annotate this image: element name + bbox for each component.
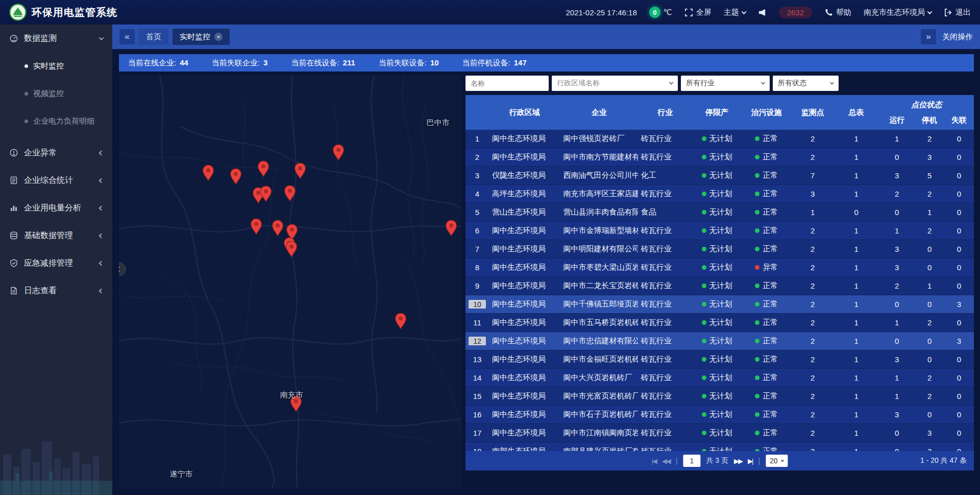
table-row[interactable]: 15阆中生态环境局阆中市光富页岩机砖厂砖瓦行业无计划正常21120 xyxy=(465,387,974,406)
map-pin[interactable] xyxy=(284,185,296,204)
first-page-button[interactable]: |◀ xyxy=(651,457,656,465)
table-row[interactable]: 6阆中生态环境局阆中市金博瑞新型墙材砖瓦行业无计划正常21120 xyxy=(465,222,974,240)
pager-divider: | xyxy=(676,457,678,465)
theme-dropdown[interactable]: 主题 xyxy=(724,8,746,17)
cell-industry: 砖瓦行业 xyxy=(638,244,693,254)
header-stopped: 停机 xyxy=(915,110,944,130)
cell-stopped: 0 xyxy=(915,263,944,272)
table-row[interactable]: 11阆中生态环境局阆中市五马桥页岩机砖砖瓦行业无计划正常21120 xyxy=(465,314,974,332)
page-size-select[interactable]: 20 xyxy=(766,455,788,467)
alert-circle-icon xyxy=(9,148,18,157)
prev-page-button[interactable]: ◀◀ xyxy=(662,457,670,465)
map-pin[interactable] xyxy=(272,220,283,238)
close-operations-button[interactable]: 关闭操作 xyxy=(942,32,973,42)
select-arrow-icon xyxy=(761,80,765,84)
map-pin[interactable] xyxy=(230,168,241,186)
sidebar-item-log-view[interactable]: 日志查看 xyxy=(0,277,112,304)
status-filter-select[interactable]: 所有状态 xyxy=(773,76,839,91)
map-pin[interactable] xyxy=(333,145,345,163)
notice-count-badge[interactable]: 2632 xyxy=(779,7,812,18)
cell-treatment-status: 正常 xyxy=(741,207,792,217)
region-filter-select[interactable]: 行政区域名称 xyxy=(552,76,678,91)
map-pin[interactable] xyxy=(445,220,457,238)
table-row[interactable]: 12阆中生态环境局阆中市忠信建材有限公砖瓦行业无计划正常21003 xyxy=(465,332,974,350)
next-page-button[interactable]: ▶▶ xyxy=(734,457,742,465)
cell-points: 2 xyxy=(792,373,834,382)
cell-running: 2 xyxy=(879,281,915,290)
cell-region: 阆中生态环境局 xyxy=(489,428,560,438)
sidebar-item-power-analysis[interactable]: 企业用电量分析 xyxy=(0,194,112,222)
cell-treatment-status: 正常 xyxy=(741,391,792,401)
help-button[interactable]: 帮助 xyxy=(824,8,851,17)
table-row[interactable]: 1阆中生态环境局阆中强锐页岩砖厂砖瓦行业无计划正常21120 xyxy=(465,130,974,148)
table-row[interactable]: 8阆中生态环境局阆中市枣碧大梁山页岩砖瓦行业无计划异常21300 xyxy=(465,258,974,277)
cell-meters: 1 xyxy=(834,410,879,419)
tab-realtime-monitor[interactable]: 实时监控 × xyxy=(173,29,230,45)
cell-running: 3 xyxy=(879,245,915,253)
brand: 环保用电监管系统 xyxy=(9,4,117,21)
cell-running: 0 xyxy=(879,337,915,345)
org-dropdown[interactable]: 南充市生态环境局 xyxy=(864,8,932,17)
name-filter-input[interactable] xyxy=(465,76,549,91)
sidebar-item-company-statistics[interactable]: 企业综合统计 xyxy=(0,167,112,194)
total-pages-label: 共 3 页 xyxy=(706,456,728,465)
industry-filter-select[interactable]: 所有行业 xyxy=(681,76,770,91)
table-row[interactable]: 7阆中生态环境局阆中明阳建材有限公司砖瓦行业无计划正常21300 xyxy=(465,240,974,258)
sidebar-item-emergency-reduction[interactable]: 应急减排管理 xyxy=(0,249,112,277)
map-pin[interactable] xyxy=(258,160,270,179)
last-page-button[interactable]: ▶| xyxy=(748,457,752,465)
temperature-unit: ℃ xyxy=(664,8,672,17)
sidebar-item-label: 企业异常 xyxy=(24,148,94,158)
map-pin[interactable] xyxy=(294,163,306,181)
header-running: 运行 xyxy=(879,110,915,130)
cell-limit-status: 无计划 xyxy=(693,336,741,346)
table-row[interactable]: 3仪陇生态环境局西南油气田分公司川中化工无计划正常71350 xyxy=(465,167,974,185)
map-pin[interactable] xyxy=(251,218,262,237)
announcement-button[interactable] xyxy=(758,8,767,17)
table-row[interactable]: 14阆中生态环境局阆中大兴页岩机砖厂砖瓦行业无计划正常21120 xyxy=(465,369,974,387)
cell-points: 2 xyxy=(792,337,834,345)
sidebar-subitem-label: 企业电力负荷明细 xyxy=(33,116,94,126)
map-pin[interactable] xyxy=(286,241,298,259)
table-row[interactable]: 13阆中生态环境局阆中市金福旺页岩机砖砖瓦行业无计划正常21300 xyxy=(465,350,974,369)
table-row[interactable]: 10阆中生态环境局阆中千佛镇五郎垭页岩砖瓦行业无计划正常21003 xyxy=(465,295,974,314)
table-row[interactable]: 17阆中生态环境局阆中市江南镇阆南页岩砖瓦行业无计划正常21030 xyxy=(465,424,974,442)
tabs-scroll-right-button[interactable]: » xyxy=(921,29,936,44)
fullscreen-button[interactable]: 全屏 xyxy=(684,8,712,17)
cell-treatment-status: 正常 xyxy=(741,355,792,364)
tab-home[interactable]: 首页 xyxy=(139,29,168,45)
datetime: 2021-02-25 17:46:18 xyxy=(566,8,636,17)
cell-meters: 1 xyxy=(834,263,879,272)
cell-limit-status: 无计划 xyxy=(693,428,741,438)
cell-running: 0 xyxy=(879,153,915,161)
logout-button[interactable]: 退出 xyxy=(944,8,971,17)
cell-industry: 砖瓦行业 xyxy=(638,263,693,272)
cell-offline: 0 xyxy=(944,410,974,419)
table-row[interactable]: 5营山生态环境局营山县润丰肉食品有限食品无计划正常10010 xyxy=(465,203,974,222)
cell-offline: 0 xyxy=(944,373,974,382)
map-panel[interactable]: 巴中市南充市遂宁市 xyxy=(119,76,461,488)
pager-divider: | xyxy=(758,457,760,465)
bullet-icon xyxy=(24,92,28,96)
page-number-input[interactable] xyxy=(683,455,700,467)
sidebar-item-company-abnormal[interactable]: 企业异常 xyxy=(0,139,112,167)
sidebar-item-realtime-monitor[interactable]: 实时监控 xyxy=(0,52,112,80)
sidebar-item-power-load-detail[interactable]: 企业电力负荷明细 xyxy=(0,107,112,135)
table-row[interactable]: 2阆中生态环境局阆中市南方节能建材有砖瓦行业无计划正常21030 xyxy=(465,148,974,167)
sidebar-item-data-monitoring[interactable]: 数据监测 xyxy=(0,25,112,52)
table-row[interactable]: 18南部生态环境局南部县建兴页岩砖厂有砖瓦行业无计划正常21030 xyxy=(465,442,974,451)
map-pin[interactable] xyxy=(260,185,272,204)
cell-running: 1 xyxy=(879,226,915,235)
sidebar-item-base-data[interactable]: 基础数据管理 xyxy=(0,222,112,249)
tab-close-icon[interactable]: × xyxy=(214,33,223,41)
map-pin[interactable] xyxy=(395,313,407,332)
cell-industry: 砖瓦行业 xyxy=(638,391,693,401)
table-row[interactable]: 4高坪生态环境局南充市高坪区王家店建砖瓦行业无计划正常31220 xyxy=(465,185,974,203)
logout-icon xyxy=(944,8,952,17)
map-pin[interactable] xyxy=(203,165,214,183)
table-row[interactable]: 9阆中生态环境局阆中市二龙长宝页岩砖砖瓦行业无计划正常21210 xyxy=(465,277,974,295)
tabs-scroll-left-button[interactable]: « xyxy=(119,29,135,44)
table-row[interactable]: 16阆中生态环境局阆中市石子页岩机砖厂砖瓦行业无计划正常21300 xyxy=(465,406,974,424)
sidebar-item-video-monitor[interactable]: 视频监控 xyxy=(0,80,112,107)
cell-stopped: 0 xyxy=(915,355,944,364)
